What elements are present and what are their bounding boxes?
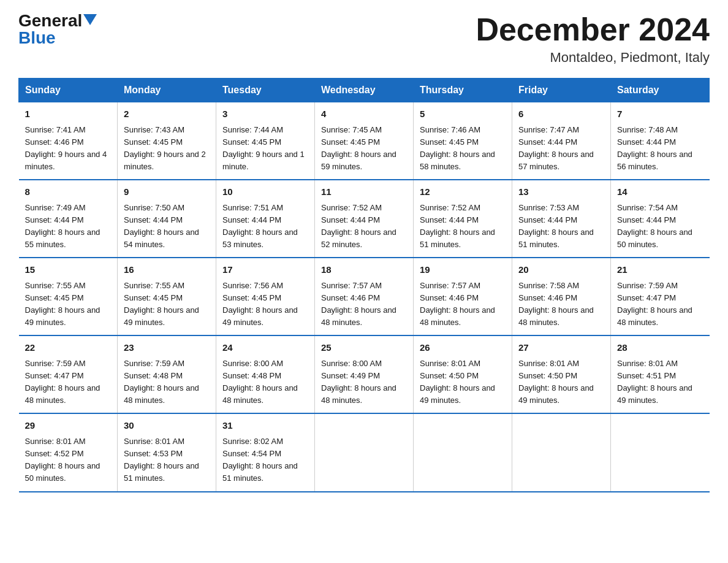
table-row: 25 Sunrise: 8:00 AMSunset: 4:49 PMDaylig…	[315, 335, 414, 413]
svg-marker-0	[83, 14, 97, 25]
day-info: Sunrise: 7:51 AMSunset: 4:44 PMDaylight:…	[222, 203, 298, 249]
day-info: Sunrise: 7:54 AMSunset: 4:44 PMDaylight:…	[617, 203, 692, 249]
col-thursday: Thursday	[414, 79, 512, 102]
table-row: 16 Sunrise: 7:55 AMSunset: 4:45 PMDaylig…	[118, 258, 216, 335]
table-row: 6 Sunrise: 7:47 AMSunset: 4:44 PMDayligh…	[512, 102, 611, 180]
day-info: Sunrise: 7:56 AMSunset: 4:45 PMDaylight:…	[222, 281, 298, 327]
day-number: 20	[518, 263, 604, 277]
day-info: Sunrise: 8:02 AMSunset: 4:54 PMDaylight:…	[222, 437, 298, 483]
table-row: 4 Sunrise: 7:45 AMSunset: 4:45 PMDayligh…	[315, 102, 414, 180]
day-number: 27	[518, 341, 604, 355]
table-row	[611, 413, 710, 491]
table-row: 20 Sunrise: 7:58 AMSunset: 4:46 PMDaylig…	[512, 258, 611, 335]
day-info: Sunrise: 7:59 AMSunset: 4:47 PMDaylight:…	[617, 281, 692, 327]
table-row: 12 Sunrise: 7:52 AMSunset: 4:44 PMDaylig…	[414, 180, 512, 258]
table-row: 26 Sunrise: 8:01 AMSunset: 4:50 PMDaylig…	[414, 335, 512, 413]
table-row: 30 Sunrise: 8:01 AMSunset: 4:53 PMDaylig…	[118, 413, 216, 491]
col-tuesday: Tuesday	[216, 79, 315, 102]
day-info: Sunrise: 7:52 AMSunset: 4:44 PMDaylight:…	[321, 203, 396, 249]
table-row: 27 Sunrise: 8:01 AMSunset: 4:50 PMDaylig…	[512, 335, 611, 413]
day-number: 5	[420, 107, 506, 121]
day-number: 15	[25, 263, 112, 277]
calendar-week-row: 29 Sunrise: 8:01 AMSunset: 4:52 PMDaylig…	[19, 413, 710, 491]
table-row: 22 Sunrise: 7:59 AMSunset: 4:47 PMDaylig…	[19, 335, 118, 413]
day-number: 28	[617, 341, 703, 355]
day-number: 23	[124, 341, 210, 355]
table-row: 17 Sunrise: 7:56 AMSunset: 4:45 PMDaylig…	[216, 258, 315, 335]
day-number: 12	[420, 185, 506, 199]
day-number: 11	[321, 185, 407, 199]
table-row: 14 Sunrise: 7:54 AMSunset: 4:44 PMDaylig…	[611, 180, 710, 258]
day-info: Sunrise: 7:57 AMSunset: 4:46 PMDaylight:…	[420, 281, 495, 327]
day-info: Sunrise: 7:44 AMSunset: 4:45 PMDaylight:…	[222, 125, 305, 171]
day-info: Sunrise: 7:46 AMSunset: 4:45 PMDaylight:…	[420, 125, 495, 171]
month-title: December 2024	[476, 12, 710, 47]
day-info: Sunrise: 7:48 AMSunset: 4:44 PMDaylight:…	[617, 125, 692, 171]
table-row: 5 Sunrise: 7:46 AMSunset: 4:45 PMDayligh…	[414, 102, 512, 180]
day-number: 18	[321, 263, 407, 277]
day-number: 21	[617, 263, 703, 277]
day-number: 1	[25, 107, 112, 121]
calendar-table: Sunday Monday Tuesday Wednesday Thursday…	[18, 78, 710, 492]
day-number: 14	[617, 185, 703, 199]
col-monday: Monday	[118, 79, 216, 102]
calendar-week-row: 22 Sunrise: 7:59 AMSunset: 4:47 PMDaylig…	[19, 335, 710, 413]
page-header: General Blue December 2024 Montaldeo, Pi…	[18, 12, 710, 66]
day-number: 26	[420, 341, 506, 355]
col-saturday: Saturday	[611, 79, 710, 102]
day-number: 7	[617, 107, 703, 121]
table-row: 15 Sunrise: 7:55 AMSunset: 4:45 PMDaylig…	[19, 258, 118, 335]
day-number: 22	[25, 341, 112, 355]
day-info: Sunrise: 7:53 AMSunset: 4:44 PMDaylight:…	[518, 203, 594, 249]
table-row: 21 Sunrise: 7:59 AMSunset: 4:47 PMDaylig…	[611, 258, 710, 335]
day-number: 3	[222, 107, 308, 121]
table-row: 10 Sunrise: 7:51 AMSunset: 4:44 PMDaylig…	[216, 180, 315, 258]
table-row	[315, 413, 414, 491]
day-info: Sunrise: 8:01 AMSunset: 4:51 PMDaylight:…	[617, 359, 692, 405]
col-wednesday: Wednesday	[315, 79, 414, 102]
day-info: Sunrise: 8:00 AMSunset: 4:49 PMDaylight:…	[321, 359, 396, 405]
day-info: Sunrise: 7:43 AMSunset: 4:45 PMDaylight:…	[124, 125, 206, 171]
day-info: Sunrise: 7:41 AMSunset: 4:46 PMDaylight:…	[25, 125, 107, 171]
col-friday: Friday	[512, 79, 611, 102]
day-info: Sunrise: 7:45 AMSunset: 4:45 PMDaylight:…	[321, 125, 396, 171]
day-info: Sunrise: 8:01 AMSunset: 4:50 PMDaylight:…	[420, 359, 495, 405]
table-row: 7 Sunrise: 7:48 AMSunset: 4:44 PMDayligh…	[611, 102, 710, 180]
day-info: Sunrise: 7:49 AMSunset: 4:44 PMDaylight:…	[25, 203, 100, 249]
table-row: 1 Sunrise: 7:41 AMSunset: 4:46 PMDayligh…	[19, 102, 118, 180]
location-title: Montaldeo, Piedmont, Italy	[476, 50, 710, 66]
day-number: 31	[222, 419, 308, 433]
day-info: Sunrise: 7:52 AMSunset: 4:44 PMDaylight:…	[420, 203, 495, 249]
day-info: Sunrise: 8:00 AMSunset: 4:48 PMDaylight:…	[222, 359, 298, 405]
calendar-week-row: 15 Sunrise: 7:55 AMSunset: 4:45 PMDaylig…	[19, 258, 710, 335]
day-number: 16	[124, 263, 210, 277]
day-info: Sunrise: 7:55 AMSunset: 4:45 PMDaylight:…	[25, 281, 100, 327]
table-row: 19 Sunrise: 7:57 AMSunset: 4:46 PMDaylig…	[414, 258, 512, 335]
calendar-week-row: 1 Sunrise: 7:41 AMSunset: 4:46 PMDayligh…	[19, 102, 710, 180]
table-row: 24 Sunrise: 8:00 AMSunset: 4:48 PMDaylig…	[216, 335, 315, 413]
logo-triangle-icon	[83, 14, 97, 25]
table-row: 23 Sunrise: 7:59 AMSunset: 4:48 PMDaylig…	[118, 335, 216, 413]
day-number: 19	[420, 263, 506, 277]
table-row: 2 Sunrise: 7:43 AMSunset: 4:45 PMDayligh…	[118, 102, 216, 180]
day-number: 10	[222, 185, 308, 199]
day-number: 24	[222, 341, 308, 355]
day-number: 6	[518, 107, 604, 121]
day-info: Sunrise: 7:59 AMSunset: 4:48 PMDaylight:…	[124, 359, 199, 405]
day-info: Sunrise: 7:57 AMSunset: 4:46 PMDaylight:…	[321, 281, 396, 327]
table-row: 18 Sunrise: 7:57 AMSunset: 4:46 PMDaylig…	[315, 258, 414, 335]
day-info: Sunrise: 8:01 AMSunset: 4:53 PMDaylight:…	[124, 437, 199, 483]
title-block: December 2024 Montaldeo, Piedmont, Italy	[476, 12, 710, 66]
table-row: 11 Sunrise: 7:52 AMSunset: 4:44 PMDaylig…	[315, 180, 414, 258]
calendar-week-row: 8 Sunrise: 7:49 AMSunset: 4:44 PMDayligh…	[19, 180, 710, 258]
day-number: 17	[222, 263, 308, 277]
day-info: Sunrise: 7:59 AMSunset: 4:47 PMDaylight:…	[25, 359, 100, 405]
table-row: 29 Sunrise: 8:01 AMSunset: 4:52 PMDaylig…	[19, 413, 118, 491]
calendar-header-row: Sunday Monday Tuesday Wednesday Thursday…	[19, 79, 710, 102]
day-number: 4	[321, 107, 407, 121]
table-row	[414, 413, 512, 491]
day-number: 13	[518, 185, 604, 199]
table-row	[512, 413, 611, 491]
day-number: 30	[124, 419, 210, 433]
table-row: 9 Sunrise: 7:50 AMSunset: 4:44 PMDayligh…	[118, 180, 216, 258]
